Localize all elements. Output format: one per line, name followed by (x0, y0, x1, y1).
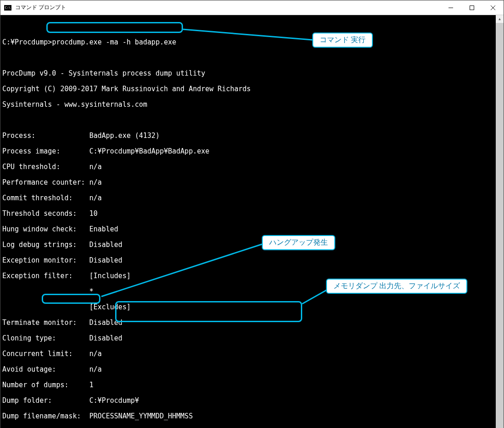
content-area: C:¥Procdump>procdump.exe -ma -h badapp.e… (0, 15, 504, 428)
callout-hangup: ハングアップ発生 (262, 235, 335, 250)
banner-line: Sysinternals - www.sysinternals.com (2, 101, 496, 109)
info-line: Performance counter: n/a (2, 179, 496, 187)
scroll-up-arrow[interactable]: ▲ (496, 15, 504, 23)
info-line: Dump folder: C:¥Procdump¥ (2, 397, 496, 405)
svg-rect-1 (470, 5, 474, 10)
prompt-path: C:¥Procdump> (2, 38, 52, 46)
info-line: Commit threshold: n/a (2, 194, 496, 202)
info-line: Terminate monitor: Disabled (2, 319, 496, 327)
callout-command: コマンド 実行 (312, 33, 373, 48)
banner-line: Copyright (C) 2009-2017 Mark Russinovich… (2, 85, 496, 93)
command-text: procdump.exe -ma -h badapp.exe (52, 38, 176, 46)
cmd-icon (4, 5, 11, 11)
callout-dump: メモリダンプ 出力先、ファイルサイズ (326, 279, 467, 294)
terminal-output[interactable]: C:¥Procdump>procdump.exe -ma -h badapp.e… (0, 15, 496, 428)
command-prompt-window: コマンド プロンプト C:¥Procdump>procdump.exe -ma … (0, 0, 504, 428)
banner-line: ProcDump v9.0 - Sysinternals process dum… (2, 70, 496, 77)
minimize-button[interactable] (440, 0, 461, 15)
info-line: Log debug strings: Disabled (2, 241, 496, 249)
info-line: Process image: C:¥Procdump¥BadApp¥BadApp… (2, 148, 496, 155)
info-line: [Excludes] (2, 303, 496, 311)
info-line: Hung window check: Enabled (2, 225, 496, 233)
info-line: Threshold seconds: 10 (2, 210, 496, 218)
info-line: Cloning type: Disabled (2, 335, 496, 342)
info-line: CPU threshold: n/a (2, 163, 496, 171)
window-title: コマンド プロンプト (15, 4, 66, 11)
info-line: Dump filename/mask: PROCESSNAME_YYMMDD_H… (2, 412, 496, 420)
info-line: Process: BadApp.exe (4132) (2, 132, 496, 140)
info-line: Number of dumps: 1 (2, 381, 496, 389)
scroll-thumb[interactable] (496, 23, 504, 428)
scroll-track[interactable] (496, 23, 504, 428)
vertical-scrollbar[interactable]: ▲ ▼ (496, 15, 504, 428)
info-line: Avoid outage: n/a (2, 366, 496, 373)
info-line: Exception monitor: Disabled (2, 257, 496, 264)
titlebar[interactable]: コマンド プロンプト (0, 0, 504, 15)
maximize-button[interactable] (461, 0, 482, 15)
close-button[interactable] (482, 0, 504, 15)
info-line: Concurrent limit: n/a (2, 350, 496, 358)
